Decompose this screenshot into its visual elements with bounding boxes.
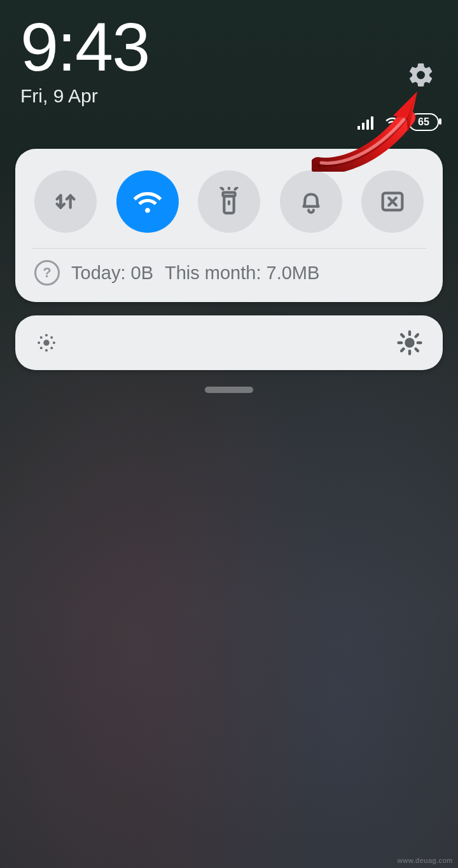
watermark: www.deuag.com [398, 857, 453, 864]
svg-line-36 [416, 349, 418, 351]
svg-rect-3 [371, 116, 373, 130]
svg-rect-5 [223, 193, 235, 196]
svg-point-11 [43, 340, 50, 346]
svg-line-7 [221, 188, 223, 189]
svg-point-24 [40, 336, 43, 339]
svg-line-33 [401, 334, 403, 336]
help-icon: ? [34, 260, 60, 286]
quick-toggle-row [34, 170, 424, 233]
divider [32, 248, 426, 249]
svg-line-34 [416, 334, 418, 336]
brightness-high-icon [396, 329, 424, 357]
svg-point-22 [38, 341, 40, 344]
brightness-low-icon [34, 331, 59, 355]
flashlight-toggle[interactable] [198, 170, 260, 233]
svg-point-25 [50, 336, 53, 339]
svg-point-28 [405, 338, 414, 347]
battery-indicator: 65 [408, 113, 439, 131]
svg-point-21 [45, 349, 48, 352]
svg-point-27 [50, 347, 53, 349]
svg-point-20 [45, 334, 48, 336]
wifi-icon [132, 186, 163, 217]
data-usage-today: Today: 0B [71, 263, 153, 284]
settings-button[interactable] [407, 61, 435, 89]
wifi-status-icon [383, 114, 402, 130]
mobile-data-icon [51, 187, 80, 216]
wifi-toggle[interactable] [116, 170, 179, 233]
brightness-track[interactable] [79, 341, 379, 345]
svg-rect-2 [366, 120, 369, 130]
clock-time: 9:43 [20, 13, 439, 81]
svg-rect-1 [362, 123, 364, 130]
mobile-data-toggle[interactable] [34, 170, 97, 233]
svg-line-9 [235, 188, 237, 189]
bell-icon [296, 187, 326, 216]
sound-toggle[interactable] [280, 170, 342, 233]
screenshot-icon [378, 187, 407, 216]
svg-point-26 [40, 347, 43, 349]
cellular-signal-icon [357, 114, 377, 130]
svg-point-23 [53, 341, 55, 344]
screenshot-toggle[interactable] [361, 170, 424, 233]
battery-percent: 65 [418, 116, 429, 128]
notification-shade-header: 9:43 Fri, 9 Apr 65 [0, 0, 458, 107]
quick-settings-panel: ? Today: 0B This month: 7.0MB [15, 149, 443, 302]
clock-date: Fri, 9 Apr [20, 85, 439, 107]
gear-icon [407, 61, 435, 89]
brightness-slider[interactable] [15, 315, 443, 370]
flashlight-icon [214, 187, 244, 216]
status-icons: 65 [357, 113, 439, 131]
svg-line-35 [401, 349, 403, 351]
data-usage-month: This month: 7.0MB [165, 263, 319, 284]
svg-rect-0 [357, 126, 360, 130]
data-usage-row[interactable]: ? Today: 0B This month: 7.0MB [34, 260, 424, 286]
shade-drag-handle[interactable] [205, 387, 253, 393]
